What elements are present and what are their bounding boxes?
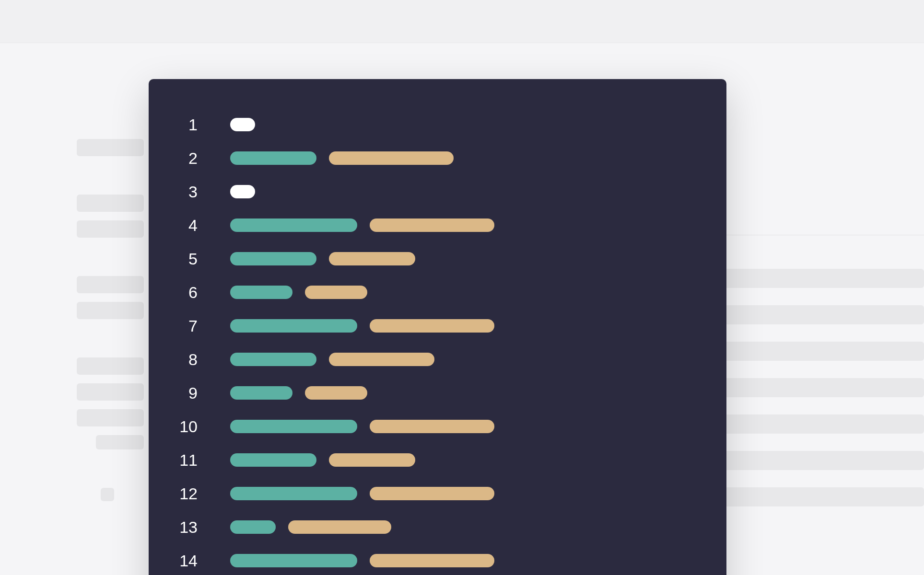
line-number: 3 xyxy=(168,183,201,201)
code-tokens xyxy=(230,218,494,232)
code-token xyxy=(370,319,494,333)
code-tokens xyxy=(230,151,454,165)
sidebar xyxy=(0,43,163,554)
code-tokens xyxy=(230,118,255,131)
code-token xyxy=(230,185,255,198)
sidebar-group xyxy=(77,488,149,501)
line-number: 10 xyxy=(168,417,201,436)
code-token xyxy=(230,252,316,265)
line-number: 13 xyxy=(168,518,201,537)
line-number: 12 xyxy=(168,484,201,503)
line-number: 6 xyxy=(168,283,201,302)
code-token xyxy=(305,286,367,299)
sidebar-item[interactable] xyxy=(77,276,144,293)
code-token xyxy=(230,218,357,232)
code-line[interactable]: 13 xyxy=(168,510,707,544)
code-line[interactable]: 14 xyxy=(168,544,707,575)
code-token xyxy=(329,353,434,366)
line-number: 1 xyxy=(168,115,201,134)
code-line[interactable]: 4 xyxy=(168,208,707,242)
line-number: 8 xyxy=(168,350,201,369)
code-token xyxy=(230,319,357,333)
sidebar-group xyxy=(77,139,149,156)
line-number: 7 xyxy=(168,317,201,335)
code-line[interactable]: 12 xyxy=(168,477,707,510)
sidebar-item[interactable] xyxy=(96,435,144,449)
code-line[interactable]: 6 xyxy=(168,276,707,309)
code-line[interactable]: 2 xyxy=(168,141,707,175)
code-editor[interactable]: 1234567891011121314 xyxy=(149,79,726,575)
code-line[interactable]: 9 xyxy=(168,376,707,410)
code-tokens xyxy=(230,420,494,433)
sidebar-item[interactable] xyxy=(77,139,144,156)
sidebar-group xyxy=(77,195,149,238)
code-token xyxy=(370,218,494,232)
code-tokens xyxy=(230,520,391,534)
code-tokens xyxy=(230,353,434,366)
code-line[interactable]: 1 xyxy=(168,108,707,141)
code-token xyxy=(230,286,292,299)
code-tokens xyxy=(230,252,415,265)
code-tokens xyxy=(230,487,494,500)
code-token xyxy=(230,420,357,433)
sidebar-item[interactable] xyxy=(77,195,144,212)
line-number: 11 xyxy=(168,451,201,470)
sidebar-item[interactable] xyxy=(77,302,144,319)
sidebar-item[interactable] xyxy=(77,383,144,401)
code-token xyxy=(230,118,255,131)
line-number: 5 xyxy=(168,250,201,268)
code-tokens xyxy=(230,286,367,299)
sidebar-item[interactable] xyxy=(101,488,114,501)
code-tokens xyxy=(230,386,367,400)
code-tokens xyxy=(230,453,415,467)
sidebar-group xyxy=(77,276,149,319)
code-line[interactable]: 8 xyxy=(168,343,707,376)
code-tokens xyxy=(230,185,255,198)
code-line[interactable]: 7 xyxy=(168,309,707,343)
code-token xyxy=(329,252,415,265)
code-token xyxy=(230,554,357,567)
code-token xyxy=(370,554,494,567)
line-number: 14 xyxy=(168,552,201,570)
code-token xyxy=(230,151,316,165)
line-number: 4 xyxy=(168,216,201,235)
code-token xyxy=(230,487,357,500)
code-token xyxy=(230,386,292,400)
line-number: 9 xyxy=(168,384,201,402)
code-token xyxy=(329,453,415,467)
sidebar-group xyxy=(77,357,149,449)
code-token xyxy=(288,520,391,534)
code-line[interactable]: 3 xyxy=(168,175,707,208)
top-bar xyxy=(0,0,924,43)
sidebar-item[interactable] xyxy=(77,357,144,375)
code-token xyxy=(370,487,494,500)
code-token xyxy=(230,520,276,534)
code-tokens xyxy=(230,554,494,567)
code-token xyxy=(305,386,367,400)
sidebar-item[interactable] xyxy=(77,220,144,238)
code-token xyxy=(230,453,316,467)
code-line[interactable]: 10 xyxy=(168,410,707,443)
code-token xyxy=(230,353,316,366)
code-line[interactable]: 5 xyxy=(168,242,707,276)
code-token xyxy=(329,151,454,165)
code-token xyxy=(370,420,494,433)
code-tokens xyxy=(230,319,494,333)
code-line[interactable]: 11 xyxy=(168,443,707,477)
sidebar-item[interactable] xyxy=(77,409,144,426)
line-number: 2 xyxy=(168,149,201,168)
